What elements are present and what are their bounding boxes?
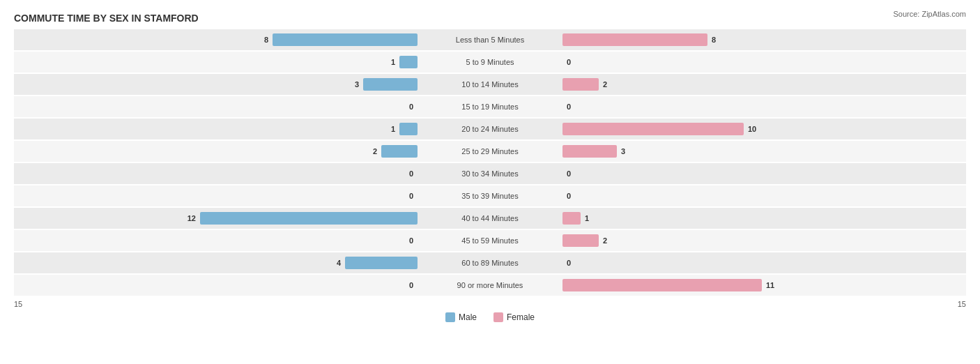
female-value: 10 (748, 125, 759, 133)
legend-female: Female (493, 312, 535, 322)
right-section: 2 (560, 74, 966, 95)
table-row: 310 to 14 Minutes2 (14, 74, 966, 95)
chart-title: COMMUTE TIME BY SEX IN STAMFORD (14, 13, 966, 24)
right-section: 0 (560, 163, 966, 184)
legend-male-box (445, 312, 455, 322)
male-value: 1 (384, 125, 395, 133)
right-section: 10 (560, 119, 966, 139)
row-label: 20 to 24 Minutes (420, 125, 560, 133)
male-value: 0 (402, 281, 413, 289)
table-row: 120 to 24 Minutes10 (14, 119, 966, 139)
left-section: 8 (14, 29, 420, 50)
male-bar (399, 123, 418, 135)
male-bar (273, 33, 418, 46)
row-label: 25 to 29 Minutes (420, 147, 560, 156)
left-section: 3 (14, 74, 420, 95)
male-value: 0 (402, 192, 413, 200)
chart-rows-wrapper: 8Less than 5 Minutes815 to 9 Minutes0310… (14, 29, 966, 296)
left-section: 4 (14, 252, 420, 273)
table-row: 015 to 19 Minutes0 (14, 96, 966, 117)
row-label: 45 to 59 Minutes (420, 236, 560, 245)
male-value: 1 (384, 58, 395, 66)
right-section: 0 (560, 252, 966, 273)
female-bar (562, 123, 744, 135)
legend-female-box (493, 312, 503, 322)
legend-female-label: Female (507, 312, 535, 322)
right-section: 3 (560, 141, 966, 162)
right-section: 8 (560, 29, 966, 50)
female-value: 3 (621, 147, 632, 156)
female-value: 8 (712, 36, 723, 44)
female-value: 0 (567, 169, 578, 178)
left-section: 2 (14, 141, 420, 162)
right-section: 0 (560, 96, 966, 117)
male-value: 0 (402, 103, 413, 111)
table-row: 1240 to 44 Minutes1 (14, 208, 966, 229)
right-section: 1 (560, 208, 966, 229)
axis-left: 15 (14, 300, 22, 308)
male-value: 8 (257, 36, 268, 44)
left-section: 12 (14, 208, 420, 229)
table-row: 090 or more Minutes11 (14, 275, 966, 296)
right-section: 2 (560, 230, 966, 251)
legend-male-label: Male (459, 312, 477, 322)
female-bar (562, 212, 581, 225)
male-bar (345, 257, 418, 269)
male-bar (399, 56, 418, 68)
male-value: 12 (185, 214, 196, 222)
source-label: Source: ZipAtlas.com (893, 10, 966, 18)
male-value: 2 (366, 147, 377, 156)
left-section: 1 (14, 52, 420, 73)
female-bar (562, 279, 762, 291)
female-value: 0 (567, 259, 578, 267)
female-bar (562, 33, 707, 46)
right-section: 0 (560, 185, 966, 206)
chart-container: COMMUTE TIME BY SEX IN STAMFORD Source: … (0, 0, 980, 364)
male-value: 0 (402, 169, 413, 178)
table-row: 045 to 59 Minutes2 (14, 230, 966, 251)
row-label: 30 to 34 Minutes (420, 169, 560, 178)
right-section: 0 (560, 52, 966, 73)
axis-right: 15 (958, 300, 966, 308)
female-value: 0 (567, 192, 578, 200)
male-value: 0 (402, 236, 413, 245)
female-value: 2 (603, 80, 614, 89)
table-row: 035 to 39 Minutes0 (14, 185, 966, 206)
row-label: 35 to 39 Minutes (420, 192, 560, 200)
axis-labels: 15 15 (14, 297, 966, 308)
female-value: 2 (603, 236, 614, 245)
female-value: 1 (585, 214, 596, 222)
table-row: 15 to 9 Minutes0 (14, 52, 966, 73)
male-bar (200, 212, 418, 225)
male-bar (363, 78, 418, 91)
table-row: 8Less than 5 Minutes8 (14, 29, 966, 50)
row-label: 90 or more Minutes (420, 281, 560, 289)
male-value: 3 (348, 80, 359, 89)
table-row: 460 to 89 Minutes0 (14, 252, 966, 273)
left-section: 0 (14, 275, 420, 296)
right-section: 11 (560, 275, 966, 296)
female-bar (562, 78, 599, 91)
female-bar (562, 234, 599, 247)
left-section: 0 (14, 163, 420, 184)
left-section: 1 (14, 119, 420, 139)
legend: Male Female (14, 312, 966, 322)
row-label: 5 to 9 Minutes (420, 58, 560, 66)
female-bar (562, 145, 617, 158)
row-label: 60 to 89 Minutes (420, 259, 560, 267)
female-value: 11 (766, 281, 777, 289)
female-value: 0 (567, 103, 578, 111)
left-section: 0 (14, 185, 420, 206)
male-value: 4 (330, 259, 341, 267)
male-bar (381, 145, 418, 158)
left-section: 0 (14, 96, 420, 117)
legend-male: Male (445, 312, 477, 322)
row-label: 15 to 19 Minutes (420, 103, 560, 111)
table-row: 225 to 29 Minutes3 (14, 141, 966, 162)
female-value: 0 (567, 58, 578, 66)
row-label: Less than 5 Minutes (420, 36, 560, 44)
row-label: 10 to 14 Minutes (420, 80, 560, 89)
table-row: 030 to 34 Minutes0 (14, 163, 966, 184)
row-label: 40 to 44 Minutes (420, 214, 560, 222)
left-section: 0 (14, 230, 420, 251)
